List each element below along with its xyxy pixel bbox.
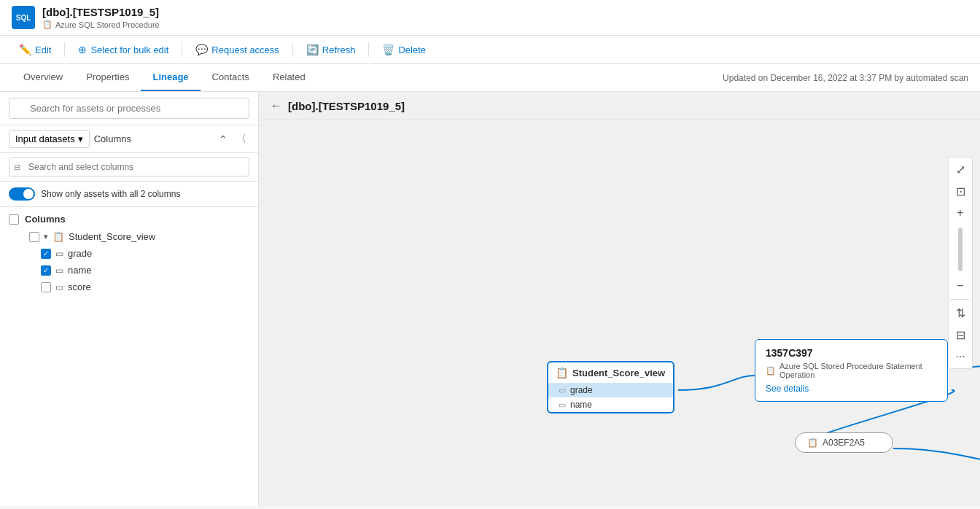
app-icon: SQL (12, 6, 35, 29)
col-score-label: score (68, 281, 91, 292)
canvas-controls: ⤢ ⊡ + − ⇅ ⊟ ··· (948, 157, 973, 369)
toolbar: ✏️ Edit ⊕ Select for bulk edit 💬 Request… (0, 36, 980, 64)
canvas-back-button[interactable]: ← (271, 99, 282, 112)
toggle-knob (23, 189, 34, 199)
controls-divider (950, 299, 971, 300)
canvas-header: ← [dbo].[TESTSP1019_5] (259, 92, 980, 120)
canvas-area: 📋 Student_Score_view ▭ grade ▭ name 1357… (259, 120, 980, 502)
fit-button[interactable]: ⊡ (950, 181, 971, 201)
process-icon: 📋 (766, 366, 776, 376)
filter-left: Input datasets ▾ Columns (9, 130, 131, 148)
group-checkbox[interactable] (29, 232, 39, 242)
canvas-title: [dbo].[TESTSP1019_5] (288, 100, 405, 112)
header-title: [dbo].[TESTSP1019_5] (42, 6, 160, 18)
refresh-icon: 🔄 (306, 44, 319, 55)
toolbar-divider-1 (64, 42, 65, 57)
field-icon: ▭ (559, 386, 566, 395)
edit-icon: ✏️ (19, 44, 31, 55)
layout-button[interactable]: ⇅ (950, 303, 971, 323)
header-subtitle: 📋 Azure SQL Stored Procedure (42, 20, 160, 29)
close-panel-button[interactable]: 〈 (233, 131, 249, 147)
name-checkbox[interactable]: ✓ (41, 265, 51, 276)
asset-search-box: 🔍 (0, 92, 258, 125)
zoom-out-button[interactable]: − (950, 276, 971, 296)
search-wrapper: 🔍 (9, 98, 249, 119)
input-datasets-dropdown[interactable]: Input datasets ▾ (9, 130, 90, 148)
header-info: [dbo].[TESTSP1019_5] 📋 Azure SQL Stored … (42, 6, 160, 29)
columns-list: Columns ▾ 📋 Student_Score_view ✓ ▭ grade… (0, 207, 258, 506)
toolbar-divider-4 (368, 42, 369, 57)
group-header-row[interactable]: ▾ 📋 Student_Score_view (9, 228, 258, 245)
node-student-score-view[interactable]: 📋 Student_Score_view ▭ grade ▭ name (547, 361, 674, 413)
group-expand-icon[interactable]: ▾ (44, 232, 48, 241)
request-access-button[interactable]: 💬 Request access (188, 40, 287, 59)
tab-overview[interactable]: Overview (12, 64, 74, 91)
col-name: ✓ ▭ name (9, 262, 258, 279)
columns-header-label: Columns (25, 214, 66, 225)
message-icon: 💬 (195, 44, 208, 55)
tabs-bar: Overview Properties Lineage Contacts Rel… (0, 64, 980, 92)
toggle-row: Show only assets with all 2 columns (0, 182, 258, 207)
process-subtitle: 📋 Azure SQL Stored Procedure Statement O… (766, 362, 937, 379)
column-group-student-score-view: ▾ 📋 Student_Score_view ✓ ▭ grade ✓ ▭ nam… (0, 228, 258, 295)
app-header: SQL [dbo].[TESTSP1019_5] 📋 Azure SQL Sto… (0, 0, 980, 36)
plus-circle-icon: ⊕ (78, 44, 87, 55)
more-button[interactable]: ··· (950, 346, 971, 367)
main-content: 🔍 Input datasets ▾ Columns ⌃ 〈 ⊟ (0, 92, 980, 506)
tab-related[interactable]: Related (261, 64, 317, 91)
columns-header-checkbox[interactable] (9, 214, 19, 225)
column-filter-wrapper: ⊟ (9, 158, 249, 176)
column-type-icon-3: ▭ (55, 282, 63, 292)
grade-checkbox[interactable]: ✓ (41, 249, 51, 259)
node-field-grade: ▭ grade (548, 383, 673, 397)
collapse-button[interactable]: ⊟ (950, 325, 971, 345)
toolbar-divider-3 (292, 42, 293, 57)
edit-button[interactable]: ✏️ Edit (12, 40, 58, 59)
col-score: ▭ score (9, 279, 258, 295)
refresh-button[interactable]: 🔄 Refresh (299, 40, 363, 59)
columns-header-row: Columns (0, 210, 258, 228)
filter-icon: ⊟ (14, 163, 20, 172)
column-type-icon-2: ▭ (55, 265, 63, 276)
col-grade: ✓ ▭ grade (9, 245, 258, 262)
collapse-panel-button[interactable]: ⌃ (216, 132, 230, 147)
left-panel: 🔍 Input datasets ▾ Columns ⌃ 〈 ⊟ (0, 92, 259, 506)
asset-search-input[interactable] (9, 98, 249, 119)
last-updated-text: Updated on December 16, 2022 at 3:37 PM … (723, 73, 968, 83)
toolbar-divider-2 (182, 42, 182, 57)
column-type-icon: ▭ (55, 249, 63, 259)
zoom-scrollbar[interactable] (958, 228, 962, 271)
group-name-label: Student_Score_view (69, 231, 155, 242)
bulk-edit-button[interactable]: ⊕ Select for bulk edit (71, 40, 176, 59)
process-title: 1357C397 (766, 347, 937, 359)
tabs-list: Overview Properties Lineage Contacts Rel… (12, 64, 317, 91)
tab-properties[interactable]: Properties (74, 64, 141, 91)
column-search-input[interactable] (9, 158, 249, 176)
delete-icon: 🗑️ (382, 44, 394, 55)
node-field-name: ▭ name (548, 397, 673, 412)
field-icon-2: ▭ (559, 400, 566, 410)
filter-right: ⌃ 〈 (216, 131, 249, 147)
col-name-label: name (68, 265, 92, 276)
node-db-icon: 📋 (556, 367, 568, 378)
lineage-canvas: ← [dbo].[TESTSP1019_5] (259, 92, 980, 506)
group-icon: 📋 (52, 231, 64, 242)
node-student-score-view-header: 📋 Student_Score_view (548, 362, 673, 383)
node-oval-a03[interactable]: 📋 A03EF2A5 (795, 432, 893, 453)
toggle-label: Show only assets with all 2 columns (41, 189, 180, 199)
tab-lineage[interactable]: Lineage (141, 64, 200, 91)
oval-icon: 📋 (807, 438, 818, 448)
see-details-link[interactable]: See details (766, 384, 937, 394)
node-process-1357[interactable]: 1357C397 📋 Azure SQL Stored Procedure St… (755, 339, 948, 402)
zoom-in-button[interactable]: + (950, 203, 971, 223)
score-checkbox[interactable] (41, 282, 51, 292)
chevron-down-icon: ▾ (78, 133, 83, 144)
delete-button[interactable]: 🗑️ Delete (375, 40, 433, 59)
tab-contacts[interactable]: Contacts (201, 64, 261, 91)
assets-toggle[interactable] (9, 187, 35, 201)
expand-button[interactable]: ⤢ (950, 159, 971, 179)
filter-bar: Input datasets ▾ Columns ⌃ 〈 (0, 125, 258, 153)
column-filter-box: ⊟ (0, 153, 258, 182)
col-grade-label: grade (68, 248, 92, 259)
